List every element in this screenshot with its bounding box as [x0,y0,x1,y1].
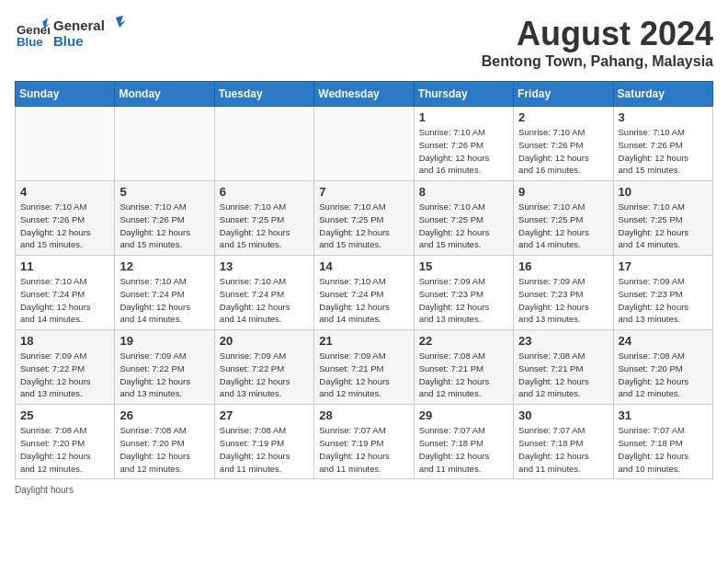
svg-text:Blue: Blue [53,33,84,49]
day-number: 31 [619,408,708,422]
day-number: 14 [319,259,408,273]
calendar-cell: 28Sunrise: 7:07 AM Sunset: 7:19 PM Dayli… [314,405,414,479]
calendar-cell: 21Sunrise: 7:09 AM Sunset: 7:21 PM Dayli… [314,330,414,405]
calendar-cell: 25Sunrise: 7:08 AM Sunset: 7:20 PM Dayli… [16,405,115,479]
day-info: Sunrise: 7:10 AM Sunset: 7:26 PM Dayligh… [619,126,708,177]
day-number: 15 [419,259,508,273]
svg-text:Blue: Blue [17,35,43,49]
calendar-cell: 14Sunrise: 7:10 AM Sunset: 7:24 PM Dayli… [314,256,414,330]
day-info: Sunrise: 7:10 AM Sunset: 7:24 PM Dayligh… [20,275,109,326]
day-number: 2 [518,110,608,124]
calendar-cell: 3Sunrise: 7:10 AM Sunset: 7:26 PM Daylig… [613,107,712,181]
calendar-cell [16,107,115,181]
calendar-cell: 11Sunrise: 7:10 AM Sunset: 7:24 PM Dayli… [16,256,115,330]
calendar-cell: 31Sunrise: 7:07 AM Sunset: 7:18 PM Dayli… [613,405,712,479]
day-header-wednesday: Wednesday [314,82,414,107]
calendar-week-4: 18Sunrise: 7:09 AM Sunset: 7:22 PM Dayli… [16,330,713,405]
day-info: Sunrise: 7:07 AM Sunset: 7:18 PM Dayligh… [518,424,608,475]
day-number: 17 [619,259,708,273]
day-header-friday: Friday [514,82,613,107]
day-info: Sunrise: 7:09 AM Sunset: 7:22 PM Dayligh… [119,350,209,400]
day-number: 13 [220,259,309,273]
day-info: Sunrise: 7:09 AM Sunset: 7:23 PM Dayligh… [419,275,508,326]
svg-marker-5 [116,16,126,28]
day-number: 20 [220,334,309,348]
day-info: Sunrise: 7:08 AM Sunset: 7:20 PM Dayligh… [119,424,209,475]
day-info: Sunrise: 7:10 AM Sunset: 7:26 PM Dayligh… [119,201,209,251]
page-header: General Blue General Blue August 2024 Be… [15,15,713,70]
day-info: Sunrise: 7:09 AM Sunset: 7:22 PM Dayligh… [20,350,109,400]
calendar-cell: 6Sunrise: 7:10 AM Sunset: 7:25 PM Daylig… [214,181,313,256]
day-info: Sunrise: 7:08 AM Sunset: 7:19 PM Dayligh… [220,424,309,475]
calendar-cell: 23Sunrise: 7:08 AM Sunset: 7:21 PM Dayli… [514,330,613,405]
day-info: Sunrise: 7:10 AM Sunset: 7:25 PM Dayligh… [220,201,309,251]
day-info: Sunrise: 7:08 AM Sunset: 7:20 PM Dayligh… [619,350,708,400]
calendar-cell: 27Sunrise: 7:08 AM Sunset: 7:19 PM Dayli… [214,405,313,479]
day-info: Sunrise: 7:10 AM Sunset: 7:26 PM Dayligh… [20,201,109,251]
day-info: Sunrise: 7:09 AM Sunset: 7:22 PM Dayligh… [220,350,309,400]
day-number: 30 [518,408,608,422]
calendar-cell: 20Sunrise: 7:09 AM Sunset: 7:22 PM Dayli… [214,330,313,405]
day-header-tuesday: Tuesday [214,82,313,107]
day-info: Sunrise: 7:07 AM Sunset: 7:18 PM Dayligh… [619,424,708,475]
day-info: Sunrise: 7:10 AM Sunset: 7:26 PM Dayligh… [419,126,508,177]
day-info: Sunrise: 7:10 AM Sunset: 7:25 PM Dayligh… [319,201,408,251]
logo: General Blue General Blue [15,15,127,50]
day-number: 12 [119,259,209,273]
calendar-cell: 10Sunrise: 7:10 AM Sunset: 7:25 PM Dayli… [613,181,712,256]
svg-text:General: General [53,17,105,33]
calendar-cell: 5Sunrise: 7:10 AM Sunset: 7:26 PM Daylig… [115,181,214,256]
daylight-label: Daylight hours [15,485,74,495]
logo-icon: General Blue [15,15,50,50]
calendar-cell: 2Sunrise: 7:10 AM Sunset: 7:26 PM Daylig… [514,107,613,181]
calendar-cell: 1Sunrise: 7:10 AM Sunset: 7:26 PM Daylig… [414,107,513,181]
day-number: 27 [220,408,309,422]
title-block: August 2024 Bentong Town, Pahang, Malays… [482,15,713,70]
day-number: 9 [518,185,608,199]
day-info: Sunrise: 7:08 AM Sunset: 7:20 PM Dayligh… [20,424,109,475]
day-number: 29 [419,408,508,422]
day-info: Sunrise: 7:08 AM Sunset: 7:21 PM Dayligh… [518,350,608,400]
day-header-thursday: Thursday [414,82,513,107]
day-info: Sunrise: 7:09 AM Sunset: 7:21 PM Dayligh… [319,350,408,400]
calendar-cell: 26Sunrise: 7:08 AM Sunset: 7:20 PM Dayli… [115,405,214,479]
day-number: 21 [319,334,408,348]
calendar-cell: 30Sunrise: 7:07 AM Sunset: 7:18 PM Dayli… [514,405,613,479]
calendar-cell [314,107,414,181]
day-info: Sunrise: 7:10 AM Sunset: 7:25 PM Dayligh… [419,201,508,251]
day-info: Sunrise: 7:10 AM Sunset: 7:24 PM Dayligh… [119,275,209,326]
calendar-body: 1Sunrise: 7:10 AM Sunset: 7:26 PM Daylig… [16,107,713,479]
day-header-saturday: Saturday [613,82,712,107]
calendar-cell [214,107,313,181]
calendar-week-2: 4Sunrise: 7:10 AM Sunset: 7:26 PM Daylig… [16,181,713,256]
day-number: 10 [619,185,708,199]
calendar-cell: 4Sunrise: 7:10 AM Sunset: 7:26 PM Daylig… [16,181,115,256]
calendar-cell: 7Sunrise: 7:10 AM Sunset: 7:25 PM Daylig… [314,181,414,256]
calendar-cell: 29Sunrise: 7:07 AM Sunset: 7:18 PM Dayli… [414,405,513,479]
day-info: Sunrise: 7:10 AM Sunset: 7:24 PM Dayligh… [319,275,408,326]
day-number: 11 [20,259,109,273]
day-info: Sunrise: 7:09 AM Sunset: 7:23 PM Dayligh… [619,275,708,326]
calendar-week-3: 11Sunrise: 7:10 AM Sunset: 7:24 PM Dayli… [16,256,713,330]
calendar-cell: 16Sunrise: 7:09 AM Sunset: 7:23 PM Dayli… [514,256,613,330]
calendar-cell: 8Sunrise: 7:10 AM Sunset: 7:25 PM Daylig… [414,181,513,256]
day-number: 28 [319,408,408,422]
calendar-cell: 17Sunrise: 7:09 AM Sunset: 7:23 PM Dayli… [613,256,712,330]
day-number: 18 [20,334,109,348]
day-number: 23 [518,334,608,348]
calendar-cell: 15Sunrise: 7:09 AM Sunset: 7:23 PM Dayli… [414,256,513,330]
day-number: 6 [220,185,309,199]
day-number: 1 [419,110,508,124]
day-header-sunday: Sunday [16,82,115,107]
day-number: 26 [119,408,209,422]
calendar-cell: 19Sunrise: 7:09 AM Sunset: 7:22 PM Dayli… [115,330,214,405]
day-number: 24 [619,334,708,348]
day-number: 5 [119,185,209,199]
day-number: 16 [518,259,608,273]
header-row: SundayMondayTuesdayWednesdayThursdayFrid… [16,82,713,107]
day-info: Sunrise: 7:10 AM Sunset: 7:26 PM Dayligh… [518,126,608,177]
calendar-cell: 12Sunrise: 7:10 AM Sunset: 7:24 PM Dayli… [115,256,214,330]
footer-note: Daylight hours [15,485,713,495]
day-number: 7 [319,185,408,199]
calendar-cell [115,107,214,181]
